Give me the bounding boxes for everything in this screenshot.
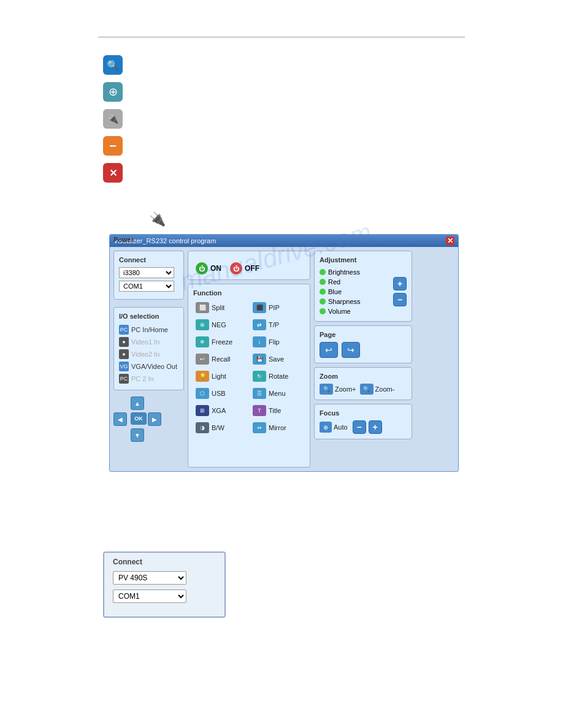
adjustment-content: Brightness Red Blue Sharpness <box>320 267 407 316</box>
func-mirror[interactable]: ⇔Mirror <box>250 420 305 435</box>
func-freeze[interactable]: ❄Freeze <box>193 335 248 349</box>
close-icon-btn[interactable]: ✕ <box>103 163 123 183</box>
mirror-icon: ⇔ <box>253 422 266 433</box>
func-neg[interactable]: ⊗NEG <box>193 317 248 332</box>
adj-minus-button[interactable]: − <box>393 293 407 306</box>
zoom-buttons: 🔍 Zoom+ 🔍 Zoom- <box>320 384 407 395</box>
dpad-ok[interactable]: OK <box>131 412 147 425</box>
io-pc-in[interactable]: PC PC In/Home <box>119 324 178 336</box>
adjustment-label: Adjustment <box>320 256 407 264</box>
power-off-label: OFF <box>245 264 259 273</box>
left-column: Connect i3380 PV 490S COM1 COM2 COM3 I/O… <box>113 251 184 468</box>
tp-icon: ⇄ <box>253 319 266 330</box>
bw-icon: ◑ <box>196 422 209 433</box>
power-off-button[interactable]: ⏻ OFF <box>230 262 259 275</box>
split-icon: ⬜ <box>196 302 209 313</box>
adj-sharpness[interactable]: Sharpness <box>320 297 391 306</box>
blue-label: Blue <box>328 288 342 295</box>
sidebar-icons: 🔍 ⊕ 🔌 − ✕ <box>103 55 123 183</box>
page-buttons: ↩ ↪ <box>320 342 407 358</box>
bottom-connect-panel: Connect PV 490S i3380 Other COM1 COM2 CO… <box>103 552 226 618</box>
func-flip[interactable]: ↕Flip <box>250 335 305 349</box>
top-divider <box>98 37 465 37</box>
power-buttons: ⏻ ON ⏻ OFF <box>196 262 259 275</box>
io-pc-in-icon: PC <box>119 325 129 335</box>
page-next-button[interactable]: ↪ <box>342 342 360 358</box>
power-on-button[interactable]: ⏻ ON <box>196 262 221 275</box>
volume-label: Volume <box>328 308 351 315</box>
io-video2-label: Video2 In <box>131 351 159 358</box>
minus-icon-btn[interactable]: − <box>103 136 123 156</box>
adj-volume[interactable]: Volume <box>320 306 391 316</box>
io-video2-icon: ● <box>119 349 129 359</box>
io-pc-in-label: PC In/Home <box>131 326 168 333</box>
power-on-icon: ⏻ <box>196 262 208 275</box>
zoom-plus-icon: 🔍 <box>320 384 333 395</box>
adjustment-list: Brightness Red Blue Sharpness <box>320 267 391 316</box>
blue-dot <box>320 289 326 295</box>
connect-icon-btn[interactable]: 🔌 <box>103 109 123 129</box>
io-vga-out[interactable]: VG VGA/Video Out <box>119 360 178 373</box>
dpad-down[interactable]: ▼ <box>131 428 144 442</box>
power-on-label: ON <box>210 264 221 273</box>
bottom-connect-label: Connect <box>113 558 216 566</box>
dpad-up[interactable]: ▲ <box>131 396 144 410</box>
func-menu[interactable]: ☰Menu <box>250 386 305 401</box>
connect-label: Connect <box>119 256 178 264</box>
dpad-right[interactable]: ▶ <box>148 412 161 426</box>
menu-icon: ☰ <box>253 388 266 399</box>
zoom-plus-item[interactable]: 🔍 Zoom+ <box>320 384 356 395</box>
thumb-icon: 🔌 <box>146 208 168 230</box>
dpad-left[interactable]: ◀ <box>113 412 127 426</box>
xga-icon: ⊞ <box>196 405 209 416</box>
focus-buttons: ⊕ Auto − + <box>320 420 407 434</box>
io-video1[interactable]: ● Video1 In <box>119 336 178 348</box>
adj-red[interactable]: Red <box>320 277 391 287</box>
app-close-button[interactable]: ✕ <box>446 237 454 245</box>
func-save[interactable]: 💾Save <box>250 352 305 366</box>
io-vga-out-icon: VG <box>119 362 129 371</box>
focus-minus-button[interactable]: − <box>353 420 366 434</box>
adj-brightness[interactable]: Brightness <box>320 267 391 277</box>
flip-icon: ↕ <box>253 336 266 347</box>
focus-auto-button[interactable]: ⊕ Auto <box>320 422 348 433</box>
func-tp[interactable]: ⇄T/P <box>250 317 305 332</box>
volume-dot <box>320 308 326 314</box>
io-pc2-label: PC 2 In <box>131 375 154 382</box>
freeze-icon: ❄ <box>196 336 209 347</box>
focus-plus-button[interactable]: + <box>369 420 382 434</box>
bottom-model-select[interactable]: PV 490S i3380 Other <box>113 571 186 585</box>
func-light[interactable]: 💡Light <box>193 369 248 384</box>
power-panel: Power ⏻ ON ⏻ OFF <box>188 251 310 280</box>
bottom-port-select[interactable]: COM1 COM2 COM3 COM4 <box>113 590 186 603</box>
io-video2[interactable]: ● Video2 In <box>119 348 178 360</box>
app-window: Visualizer_RS232 control program ✕ Conne… <box>109 234 459 472</box>
function-grid: ⬜Split ⬛PIP ⊗NEG ⇄T/P ❄Freeze ↕Flip ↩Rec… <box>193 300 305 435</box>
func-bw[interactable]: ◑B/W <box>193 420 248 435</box>
io-pc2[interactable]: PC PC 2 In <box>119 373 178 385</box>
function-panel: Function ⬜Split ⬛PIP ⊗NEG ⇄T/P ❄Freeze ↕… <box>188 284 310 468</box>
adj-plus-button[interactable]: + <box>393 277 407 290</box>
zoom-minus-item[interactable]: 🔍 Zoom- <box>360 384 395 395</box>
func-title[interactable]: TTitle <box>250 403 305 418</box>
zoom-minus-label: Zoom- <box>375 385 395 393</box>
io-video1-icon: ● <box>119 337 129 347</box>
func-usb[interactable]: ⬡USB <box>193 386 248 401</box>
target-icon-btn[interactable]: ⊕ <box>103 82 123 102</box>
red-label: Red <box>328 278 340 286</box>
function-label: Function <box>193 289 305 297</box>
adj-blue[interactable]: Blue <box>320 287 391 297</box>
func-recall[interactable]: ↩Recall <box>193 352 248 366</box>
model-select[interactable]: i3380 PV 490S <box>119 267 174 278</box>
func-split[interactable]: ⬜Split <box>193 300 248 315</box>
io-label: I/O selection <box>119 313 178 320</box>
func-xga[interactable]: ⊞XGA <box>193 403 248 418</box>
func-pip[interactable]: ⬛PIP <box>250 300 305 315</box>
func-rotate[interactable]: ↻Rotate <box>250 369 305 384</box>
port-select[interactable]: COM1 COM2 COM3 <box>119 281 174 292</box>
light-icon: 💡 <box>196 371 209 382</box>
page-prev-button[interactable]: ↩ <box>320 342 338 358</box>
app-titlebar: Visualizer_RS232 control program ✕ <box>110 235 458 247</box>
search-icon-btn[interactable]: 🔍 <box>103 55 123 75</box>
save-icon: 💾 <box>253 354 266 365</box>
